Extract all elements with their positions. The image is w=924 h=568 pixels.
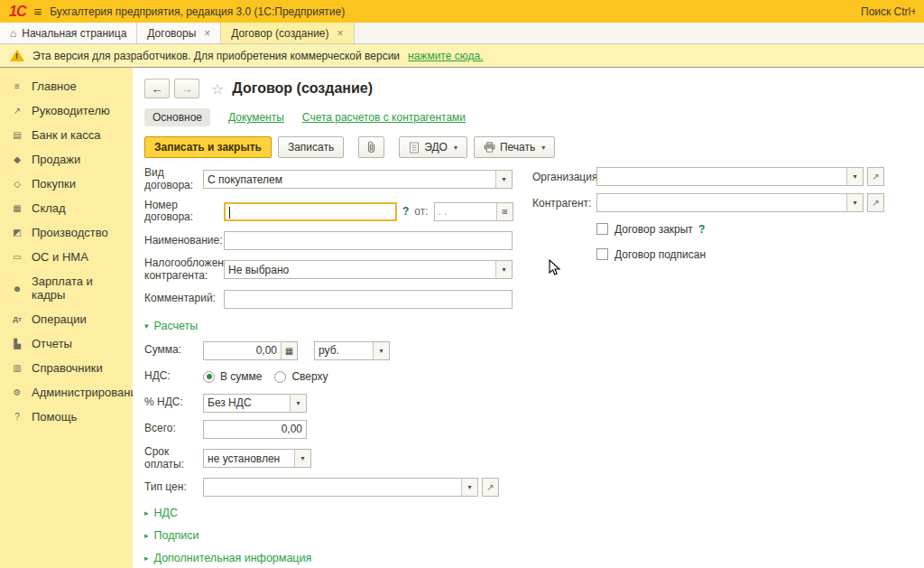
assets-icon: ▭ [11, 252, 23, 262]
contract-type-value: С покупателем [204, 173, 495, 186]
sidebar-item-main[interactable]: ≡Главное [0, 74, 133, 98]
chevron-down-icon[interactable]: ▾ [495, 171, 512, 188]
calculator-icon[interactable]: ▦ [281, 342, 297, 359]
amount-value: 0,00 [204, 344, 281, 357]
document-area: ← → ☆ Договор (создание) Основное Докуме… [133, 68, 924, 568]
comment-input[interactable] [224, 290, 513, 309]
checkbox-label: Договор подписан [614, 248, 706, 261]
form-right-column: Организация: ▾ ↗ Контрагент: ▾ ↗ [532, 167, 893, 270]
contract-date-input[interactable]: . . ⊞ [434, 202, 513, 221]
counterparty-open-button[interactable]: ↗ [867, 193, 884, 212]
chevron-down-icon: ▾ [541, 144, 545, 152]
chevron-down-icon[interactable]: ▾ [373, 342, 389, 359]
chevron-right-icon: ▸ [144, 531, 149, 540]
organization-open-button[interactable]: ↗ [867, 167, 884, 186]
reports-icon: ▙ [11, 339, 23, 349]
favorite-star-icon[interactable]: ☆ [211, 80, 224, 98]
contract-name-input[interactable] [224, 231, 513, 250]
command-bar: Записать и закрыть Записать ЭДО ▾ Печать… [144, 136, 924, 158]
employees-icon: ☻ [11, 284, 23, 293]
purchases-icon: ◇ [11, 179, 23, 189]
vat-on-top-radio[interactable] [274, 371, 286, 383]
tab-home[interactable]: ⌂ Начальная страница [0, 23, 137, 43]
payment-term-select[interactable]: не установлен ▾ [203, 449, 311, 468]
save-close-button[interactable]: Записать и закрыть [144, 136, 272, 158]
sidebar-item-manager[interactable]: ↗Руководителю [0, 98, 133, 123]
global-search[interactable]: Поиск Ctrl+Shift+F [857, 5, 915, 18]
close-icon[interactable]: × [337, 27, 344, 40]
number-help-icon[interactable]: ? [402, 205, 409, 218]
sidebar-item-payroll-hr[interactable]: ☻Зарплата и кадры [0, 269, 133, 307]
vat-rate-value: Без НДС [204, 396, 290, 409]
sidebar-item-sales[interactable]: ◆Продажи [0, 147, 133, 172]
contract-closed-checkbox[interactable] [596, 223, 608, 235]
warning-icon [10, 50, 24, 62]
sidebar-item-warehouse[interactable]: ▦Склад [0, 196, 133, 220]
buy-commercial-link[interactable]: нажмите сюда. [408, 50, 483, 62]
sidebar-item-label: ОС и НМА [32, 250, 88, 264]
chevron-down-icon[interactable]: ▾ [495, 261, 512, 278]
edo-button[interactable]: ЭДО ▾ [399, 136, 467, 158]
chevron-down-icon[interactable]: ▾ [846, 194, 863, 211]
contract-signed-checkbox[interactable] [596, 248, 608, 260]
attachments-button[interactable] [358, 136, 384, 158]
additional-info-section-header[interactable]: ▸ Дополнительная информация [144, 552, 924, 564]
organization-combo[interactable]: ▾ [596, 167, 864, 186]
chevron-down-icon[interactable]: ▾ [294, 450, 310, 467]
sidebar-item-administration[interactable]: ⚙Администрирование [0, 380, 133, 405]
sidebar-item-operations[interactable]: ДтОперации [0, 307, 133, 331]
save-button[interactable]: Записать [278, 136, 344, 158]
section-title: Расчеты [154, 320, 199, 332]
sidebar-item-fixed-assets[interactable]: ▭ОС и НМА [0, 245, 133, 269]
settlements-section-header[interactable]: ▾ Расчеты [144, 320, 924, 332]
close-icon[interactable]: × [204, 27, 210, 40]
chevron-down-icon[interactable]: ▾ [846, 168, 863, 185]
chevron-down-icon[interactable]: ▾ [461, 479, 477, 496]
signatures-section-header[interactable]: ▸ Подписи [144, 529, 924, 542]
print-button[interactable]: Печать ▾ [474, 136, 555, 158]
sales-icon: ◆ [11, 154, 23, 164]
sidebar-item-catalogs[interactable]: ▥Справочники [0, 356, 133, 380]
dev-version-banner: Эта версия для разработчиков. Для приобр… [0, 44, 924, 68]
closed-help-icon[interactable]: ? [698, 223, 705, 236]
currency-select[interactable]: руб. ▾ [314, 341, 390, 360]
forward-button[interactable]: → [174, 79, 199, 98]
counterparty-combo[interactable]: ▾ [596, 193, 864, 212]
app-title: Бухгалтерия предприятия, редакция 3.0 (1… [50, 5, 345, 18]
amount-input[interactable]: 0,00 ▦ [203, 341, 298, 360]
field-label: Вид договора: [144, 167, 203, 192]
production-icon: ◩ [11, 228, 23, 237]
price-type-open-button[interactable]: ↗ [482, 478, 499, 497]
print-label: Печать [500, 141, 535, 154]
price-type-combo[interactable]: ▾ [203, 478, 478, 497]
sidebar-item-production[interactable]: ◩Производство [0, 220, 133, 245]
total-input[interactable]: 0,00 [203, 420, 307, 439]
field-label: % НДС: [144, 396, 203, 409]
tab-contract-new[interactable]: Договор (создание) × [221, 23, 354, 43]
contract-number-input[interactable] [224, 202, 397, 221]
taxation-select[interactable]: Не выбрано ▾ [224, 260, 513, 279]
tab-label: Договор (создание) [231, 27, 328, 40]
tab-label: Начальная страница [22, 27, 126, 40]
sidebar-item-bank-cash[interactable]: ▤Банк и касса [0, 123, 133, 147]
sidebar-item-reports[interactable]: ▙Отчеты [0, 331, 133, 356]
checkbox-label: Договор закрыт [614, 223, 693, 236]
back-button[interactable]: ← [144, 79, 170, 98]
edo-label: ЭДО [424, 141, 448, 154]
app-header: 1С ≡ Бухгалтерия предприятия, редакция 3… [0, 0, 924, 23]
main-menu-icon[interactable]: ≡ [33, 4, 42, 19]
nav-tab-main[interactable]: Основное [144, 108, 210, 126]
contract-date-placeholder: . . [435, 205, 496, 218]
tab-contracts-list[interactable]: Договоры × [137, 23, 221, 43]
sidebar-item-purchases[interactable]: ◇Покупки [0, 172, 133, 196]
vat-included-radio[interactable] [203, 371, 215, 383]
sidebar-item-help[interactable]: ?Помощь [0, 405, 133, 429]
vat-rate-select[interactable]: Без НДС ▾ [203, 394, 307, 413]
calendar-icon[interactable]: ⊞ [496, 203, 513, 220]
chevron-down-icon[interactable]: ▾ [290, 395, 306, 412]
nav-tab-settlement-accounts[interactable]: Счета расчетов с контрагентами [302, 111, 466, 124]
nav-tab-documents[interactable]: Документы [228, 111, 284, 124]
contract-type-select[interactable]: С покупателем ▾ [203, 170, 513, 189]
vat-section-header[interactable]: ▸ НДС [144, 507, 924, 519]
sections-panel: ≡Главное ↗Руководителю ▤Банк и касса ◆Пр… [0, 68, 133, 568]
